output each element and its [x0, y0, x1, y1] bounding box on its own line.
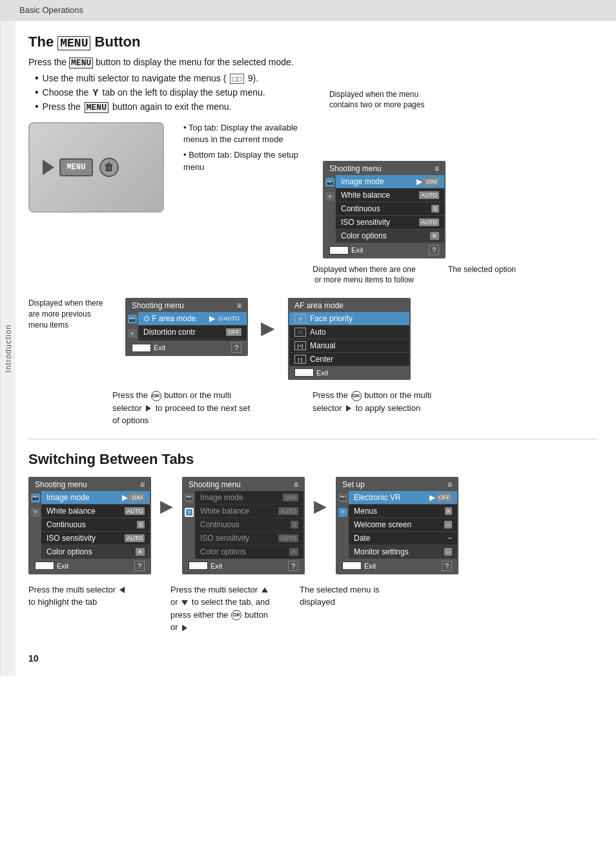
menu-button-illustration: MENU	[59, 158, 93, 176]
tabs-diagram-row: Shooting menu ≡ 📷 Y Image mode ▶	[28, 477, 597, 574]
tabs-grayed-cont: Continuous S	[195, 518, 303, 532]
setup-row-evr: Electronic VR ▶ OFF	[349, 491, 457, 505]
annotation3-label: Displayed when there are one or more men…	[313, 265, 416, 285]
tabs-grayed-color: Color options ✕	[195, 545, 303, 559]
tabs-menu-row-iso: ISO sensitivity AUTO	[41, 532, 150, 545]
bullet-list: Use the multi selector to navigate the m…	[35, 72, 597, 113]
menu-word-bullet: MENU	[85, 102, 108, 113]
af-header: AF area mode	[289, 299, 409, 312]
tabs-menu-row-image: Image mode ▶ 10M	[41, 491, 150, 505]
tab-setup: Y	[325, 192, 334, 201]
menu-row-color: Color options ✕	[336, 229, 444, 243]
af-area-mockup: AF area mode ⊙ Face priority □ Auto [+] …	[288, 298, 411, 380]
af-row-auto: □ Auto	[289, 326, 409, 339]
menu-row-distortion: Distortion contr OFF	[138, 326, 247, 339]
tabs-grayed-iso: ISO sensitivity AUTO	[195, 532, 303, 545]
menu-header-1: Shooting menu ≡	[324, 162, 444, 175]
menu-header-2: Shooting menu ≡	[127, 299, 247, 312]
tabs-menu-row-wb: White balance AUTO	[41, 505, 150, 518]
top-diagram-section: MENU 🗑 • Top tab: Display the available …	[28, 122, 597, 285]
tabs-menu-mockup-4: Shooting menu ≡ 📷 Y Image mode 10M	[182, 477, 305, 574]
bullet-item-2: Choose the Y tab on the left to display …	[35, 87, 597, 98]
camera-img-area: MENU 🗑	[28, 122, 170, 285]
tabs-mockup-4-wrapper: Shooting menu ≡ 📷 Y Image mode 10M	[182, 477, 305, 574]
menu-mockup-1: Shooting menu ≡ 📷 Y	[323, 161, 446, 258]
af-auto-icon: □	[294, 328, 306, 337]
setup-mockup-wrapper: Set up ≡ 📷 Y Electronic VR ▶	[336, 477, 458, 574]
tabs-caption-3: The selected menu is displayed	[300, 583, 403, 609]
diagram-label-1: Displayed when there are more previous m…	[28, 298, 112, 330]
tabs-menu-row-color: Color options ✕	[41, 545, 150, 559]
af-row-face: ⊙ Face priority	[289, 312, 409, 326]
setup-row-date: Date	[349, 532, 457, 545]
annotation1-label: Displayed when the menu contains two or …	[329, 90, 446, 110]
tabs-menu-footer-3: MENU Exit ?	[30, 559, 150, 573]
menu-word-title: MENU	[57, 36, 90, 50]
bullet-item-3: Press the MENU button again to exit the …	[35, 101, 597, 113]
tabs-menu-header-3: Shooting menu ≡	[30, 478, 150, 491]
section-divider	[28, 439, 597, 439]
af-center-icon: [·]	[294, 355, 306, 364]
setup-row-welcome: Welcome screen --	[349, 518, 457, 532]
menu-mockup-2-wrapper: Shooting menu ≡ 📷 Y ⊙ F area mode	[125, 298, 248, 356]
arrow-tabs-1: ▶	[160, 496, 173, 516]
tab-indicators-setup: 📷 Y	[337, 491, 349, 559]
left-annotations: • Top tab: Display the available menus i…	[183, 122, 313, 177]
tabs-menu-footer-4: MENU Exit ?	[183, 559, 303, 573]
tabs-caption-1: Press the multi selector to highlight th…	[28, 583, 132, 609]
bullet-item-1: Use the multi selector to navigate the m…	[35, 72, 597, 84]
second-diagram-row: Displayed when there are more previous m…	[28, 298, 597, 380]
annotation2-bottom: • Bottom tab: Display the setup menu	[183, 149, 313, 173]
tabs-grayed-wb: White balance AUTO	[195, 505, 303, 518]
tabs-caption-2: Press the multi selector or to select th…	[170, 583, 274, 634]
tab-indicators-2: 📷 Y	[127, 312, 138, 341]
caption2: Press the OK button or the multi selecto…	[313, 389, 455, 427]
tab-camera: 📷	[325, 178, 334, 187]
setup-mockup: Set up ≡ 📷 Y Electronic VR ▶	[336, 477, 458, 574]
camera-illustration: MENU 🗑	[28, 122, 164, 213]
af-row-center: [·] Center	[289, 353, 409, 366]
tabs-captions-row: Press the multi selector to highlight th…	[28, 581, 597, 634]
second-row-captions: Press the OK button or the multi selecto…	[112, 389, 597, 427]
arrow-icon	[43, 160, 54, 175]
page-number: 10	[28, 653, 597, 664]
af-footer: MENU Exit	[289, 366, 409, 379]
menu-footer-1: MENU Exit ?	[324, 243, 444, 257]
bottom-annotations: Displayed when there are one or more men…	[313, 265, 597, 285]
tabs-mockup-3-wrapper: Shooting menu ≡ 📷 Y Image mode ▶	[28, 477, 151, 574]
setup-row-monitor: Monitor settings --	[349, 545, 457, 559]
af-manual-icon: [+]	[294, 341, 306, 350]
arrow-between-mockups: ▶	[261, 317, 275, 339]
menu-mockup-2: Shooting menu ≡ 📷 Y ⊙ F area mode	[125, 298, 248, 356]
setup-footer: MENU Exit ?	[337, 559, 457, 573]
arrow-tabs-2: ▶	[314, 496, 327, 516]
menu-row-iso: ISO sensitivity AUTO	[336, 216, 444, 229]
af-face-icon: ⊙	[294, 314, 306, 323]
middle-area: • Top tab: Display the available menus i…	[183, 122, 597, 285]
top-bar: Basic Operations	[0, 0, 616, 21]
menu-row-af-mode: ⊙ F area mode ▶ ⊙AUTO	[138, 312, 247, 326]
side-label: Introduction	[0, 21, 15, 676]
menu-mockup-1-wrapper: Displayed when the menu contains two or …	[323, 122, 446, 258]
trash-button-illustration: 🗑	[99, 158, 119, 177]
setup-header: Set up ≡	[337, 478, 457, 491]
caption1: Press the OK button or the multi selecto…	[112, 389, 254, 427]
menu-footer-2: MENU Exit ?	[127, 341, 247, 355]
menu-word-intro: MENU	[69, 58, 93, 68]
af-mockup-wrapper: AF area mode ⊙ Face priority □ Auto [+] …	[288, 298, 411, 380]
tab-indicators-3: 📷 Y	[30, 491, 41, 559]
menu-row-white-balance: White balance AUTO	[336, 189, 444, 202]
tabs-menu-row-cont: Continuous S	[41, 518, 150, 532]
annotation2-top: • Top tab: Display the available menus i…	[183, 122, 313, 145]
tabs-menu-mockup-3: Shooting menu ≡ 📷 Y Image mode ▶	[28, 477, 151, 574]
tab-indicators: 📷 Y	[324, 175, 336, 243]
section2-title: Switching Between Tabs	[28, 451, 597, 468]
menu-row-continuous: Continuous S	[336, 202, 444, 216]
tabs-menu-header-4: Shooting menu ≡	[183, 478, 303, 491]
af-row-manual: [+] Manual	[289, 339, 409, 353]
section1-title: The MENU Button	[28, 34, 597, 50]
menu-row-image-mode: Image mode ▶ 10M	[336, 175, 444, 189]
tabs-grayed-image: Image mode 10M	[195, 491, 303, 505]
top-bar-label: Basic Operations	[19, 5, 83, 15]
annotation4-label: The selected option	[448, 265, 516, 285]
